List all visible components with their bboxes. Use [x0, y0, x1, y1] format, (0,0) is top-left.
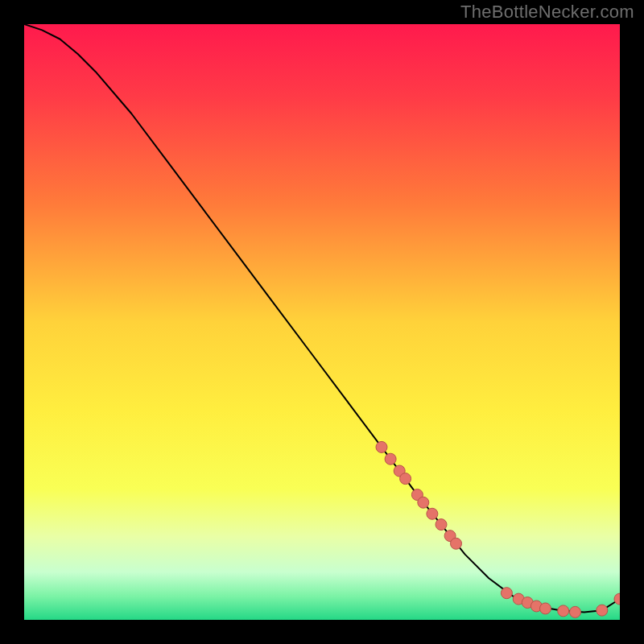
highlight-dot — [385, 453, 396, 464]
gradient-background — [24, 24, 620, 620]
highlight-dot — [376, 441, 387, 452]
highlight-dot — [400, 473, 411, 485]
highlight-dot — [540, 603, 551, 614]
chart-stage: TheBottleNecker.com — [0, 0, 644, 644]
highlight-dot — [427, 508, 438, 519]
chart-svg — [24, 24, 620, 620]
highlight-dot — [501, 588, 512, 599]
highlight-dot — [570, 606, 581, 617]
highlight-dot — [418, 497, 429, 508]
highlight-dot — [597, 605, 608, 616]
highlight-dot — [436, 519, 447, 530]
highlight-dot — [451, 538, 462, 549]
plot-area — [24, 24, 620, 620]
highlight-dot — [558, 605, 569, 617]
watermark-text: TheBottleNecker.com — [460, 2, 634, 23]
